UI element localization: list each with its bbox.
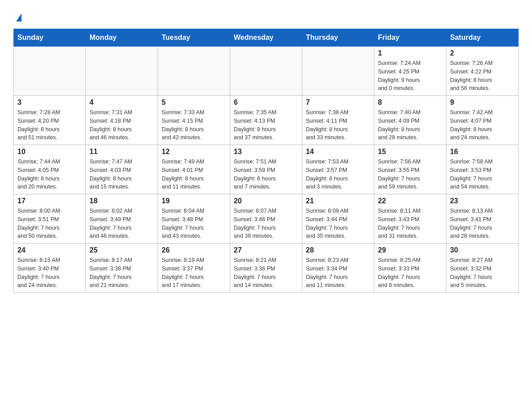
calendar-table: SundayMondayTuesdayWednesdayThursdayFrid… xyxy=(13,29,519,293)
calendar-cell: 2Sunrise: 7:26 AM Sunset: 4:22 PM Daylig… xyxy=(446,47,519,96)
day-info: Sunrise: 8:17 AM Sunset: 3:38 PM Dayligh… xyxy=(90,256,154,290)
calendar-cell: 25Sunrise: 8:17 AM Sunset: 3:38 PM Dayli… xyxy=(86,244,158,293)
calendar-cell: 10Sunrise: 7:44 AM Sunset: 4:05 PM Dayli… xyxy=(14,145,86,194)
day-info: Sunrise: 7:51 AM Sunset: 3:59 PM Dayligh… xyxy=(234,158,298,191)
day-info: Sunrise: 8:11 AM Sunset: 3:43 PM Dayligh… xyxy=(378,207,442,240)
day-number: 14 xyxy=(306,148,370,156)
day-number: 2 xyxy=(450,49,515,57)
day-info: Sunrise: 7:31 AM Sunset: 4:18 PM Dayligh… xyxy=(90,108,154,142)
day-info: Sunrise: 7:58 AM Sunset: 3:53 PM Dayligh… xyxy=(450,158,515,191)
day-number: 19 xyxy=(162,197,226,205)
day-info: Sunrise: 8:09 AM Sunset: 3:44 PM Dayligh… xyxy=(306,207,370,240)
calendar-cell: 23Sunrise: 8:13 AM Sunset: 3:41 PM Dayli… xyxy=(446,194,519,244)
day-number: 8 xyxy=(378,98,442,107)
day-number: 4 xyxy=(90,98,154,107)
calendar-cell: 9Sunrise: 7:42 AM Sunset: 4:07 PM Daylig… xyxy=(446,96,519,145)
day-number: 24 xyxy=(17,246,82,254)
day-info: Sunrise: 8:19 AM Sunset: 3:37 PM Dayligh… xyxy=(162,256,226,290)
calendar-cell: 14Sunrise: 7:53 AM Sunset: 3:57 PM Dayli… xyxy=(302,145,374,194)
day-info: Sunrise: 8:07 AM Sunset: 3:46 PM Dayligh… xyxy=(234,207,298,240)
calendar-cell: 5Sunrise: 7:33 AM Sunset: 4:15 PM Daylig… xyxy=(158,96,230,145)
day-info: Sunrise: 7:33 AM Sunset: 4:15 PM Dayligh… xyxy=(162,108,226,142)
day-info: Sunrise: 7:56 AM Sunset: 3:55 PM Dayligh… xyxy=(378,158,442,191)
day-number: 3 xyxy=(17,98,82,107)
day-info: Sunrise: 7:38 AM Sunset: 4:11 PM Dayligh… xyxy=(306,108,370,142)
calendar-cell: 17Sunrise: 8:00 AM Sunset: 3:51 PM Dayli… xyxy=(14,194,86,244)
day-number: 10 xyxy=(17,148,82,156)
day-info: Sunrise: 7:42 AM Sunset: 4:07 PM Dayligh… xyxy=(450,108,515,142)
day-number: 28 xyxy=(306,246,370,254)
calendar-cell: 18Sunrise: 8:02 AM Sunset: 3:49 PM Dayli… xyxy=(86,194,158,244)
day-info: Sunrise: 8:23 AM Sunset: 3:34 PM Dayligh… xyxy=(306,256,370,290)
day-header-friday: Friday xyxy=(374,29,446,47)
day-number: 23 xyxy=(450,197,515,205)
day-number: 11 xyxy=(90,148,154,156)
logo xyxy=(13,9,21,21)
calendar-cell: 3Sunrise: 7:28 AM Sunset: 4:20 PM Daylig… xyxy=(14,96,86,145)
calendar-cell: 28Sunrise: 8:23 AM Sunset: 3:34 PM Dayli… xyxy=(302,244,374,293)
week-row-1: 1Sunrise: 7:24 AM Sunset: 4:25 PM Daylig… xyxy=(14,47,519,96)
calendar-cell: 4Sunrise: 7:31 AM Sunset: 4:18 PM Daylig… xyxy=(86,96,158,145)
day-info: Sunrise: 8:02 AM Sunset: 3:49 PM Dayligh… xyxy=(90,207,154,240)
calendar-cell xyxy=(14,47,86,96)
calendar-cell: 20Sunrise: 8:07 AM Sunset: 3:46 PM Dayli… xyxy=(230,194,302,244)
calendar-cell: 22Sunrise: 8:11 AM Sunset: 3:43 PM Dayli… xyxy=(374,194,446,244)
calendar-cell: 27Sunrise: 8:21 AM Sunset: 3:36 PM Dayli… xyxy=(230,244,302,293)
day-header-monday: Monday xyxy=(86,29,158,47)
calendar-cell: 30Sunrise: 8:27 AM Sunset: 3:32 PM Dayli… xyxy=(446,244,519,293)
calendar-cell xyxy=(302,47,374,96)
day-number: 5 xyxy=(162,98,226,107)
day-number: 1 xyxy=(378,49,442,57)
week-row-5: 24Sunrise: 8:15 AM Sunset: 3:40 PM Dayli… xyxy=(14,244,519,293)
day-number: 15 xyxy=(378,148,442,156)
day-number: 17 xyxy=(17,197,82,205)
week-row-4: 17Sunrise: 8:00 AM Sunset: 3:51 PM Dayli… xyxy=(14,194,519,244)
day-info: Sunrise: 7:44 AM Sunset: 4:05 PM Dayligh… xyxy=(17,158,82,191)
day-info: Sunrise: 8:25 AM Sunset: 3:33 PM Dayligh… xyxy=(378,256,442,290)
day-info: Sunrise: 7:49 AM Sunset: 4:01 PM Dayligh… xyxy=(162,158,226,191)
calendar-cell: 6Sunrise: 7:35 AM Sunset: 4:13 PM Daylig… xyxy=(230,96,302,145)
day-header-thursday: Thursday xyxy=(302,29,374,47)
day-info: Sunrise: 8:04 AM Sunset: 3:48 PM Dayligh… xyxy=(162,207,226,240)
week-row-3: 10Sunrise: 7:44 AM Sunset: 4:05 PM Dayli… xyxy=(14,145,519,194)
week-row-2: 3Sunrise: 7:28 AM Sunset: 4:20 PM Daylig… xyxy=(14,96,519,145)
calendar-cell: 26Sunrise: 8:19 AM Sunset: 3:37 PM Dayli… xyxy=(158,244,230,293)
logo-triangle-icon xyxy=(16,13,21,21)
day-number: 21 xyxy=(306,197,370,205)
day-number: 12 xyxy=(162,148,226,156)
calendar-cell: 8Sunrise: 7:40 AM Sunset: 4:09 PM Daylig… xyxy=(374,96,446,145)
day-header-sunday: Sunday xyxy=(14,29,86,47)
day-header-wednesday: Wednesday xyxy=(230,29,302,47)
day-header-tuesday: Tuesday xyxy=(158,29,230,47)
day-number: 7 xyxy=(306,98,370,107)
day-info: Sunrise: 8:00 AM Sunset: 3:51 PM Dayligh… xyxy=(17,207,82,240)
day-number: 25 xyxy=(90,246,154,254)
day-number: 6 xyxy=(234,98,298,107)
day-info: Sunrise: 7:53 AM Sunset: 3:57 PM Dayligh… xyxy=(306,158,370,191)
day-header-saturday: Saturday xyxy=(446,29,519,47)
day-number: 13 xyxy=(234,148,298,156)
calendar-cell: 7Sunrise: 7:38 AM Sunset: 4:11 PM Daylig… xyxy=(302,96,374,145)
day-info: Sunrise: 8:15 AM Sunset: 3:40 PM Dayligh… xyxy=(17,256,82,290)
day-number: 26 xyxy=(162,246,226,254)
day-info: Sunrise: 8:13 AM Sunset: 3:41 PM Dayligh… xyxy=(450,207,515,240)
calendar-cell: 1Sunrise: 7:24 AM Sunset: 4:25 PM Daylig… xyxy=(374,47,446,96)
day-info: Sunrise: 7:47 AM Sunset: 4:03 PM Dayligh… xyxy=(90,158,154,191)
calendar-cell: 16Sunrise: 7:58 AM Sunset: 3:53 PM Dayli… xyxy=(446,145,519,194)
calendar-cell: 29Sunrise: 8:25 AM Sunset: 3:33 PM Dayli… xyxy=(374,244,446,293)
day-number: 30 xyxy=(450,246,515,254)
logo-blue-text xyxy=(13,13,21,21)
calendar-cell xyxy=(230,47,302,96)
calendar-cell: 11Sunrise: 7:47 AM Sunset: 4:03 PM Dayli… xyxy=(86,145,158,194)
day-info: Sunrise: 7:26 AM Sunset: 4:22 PM Dayligh… xyxy=(450,59,515,93)
day-info: Sunrise: 7:35 AM Sunset: 4:13 PM Dayligh… xyxy=(234,108,298,142)
calendar-cell: 12Sunrise: 7:49 AM Sunset: 4:01 PM Dayli… xyxy=(158,145,230,194)
day-info: Sunrise: 7:28 AM Sunset: 4:20 PM Dayligh… xyxy=(17,108,82,142)
day-number: 27 xyxy=(234,246,298,254)
header xyxy=(13,9,519,21)
calendar-cell: 19Sunrise: 8:04 AM Sunset: 3:48 PM Dayli… xyxy=(158,194,230,244)
day-info: Sunrise: 7:40 AM Sunset: 4:09 PM Dayligh… xyxy=(378,108,442,142)
day-number: 22 xyxy=(378,197,442,205)
day-info: Sunrise: 8:21 AM Sunset: 3:36 PM Dayligh… xyxy=(234,256,298,290)
calendar-cell xyxy=(86,47,158,96)
